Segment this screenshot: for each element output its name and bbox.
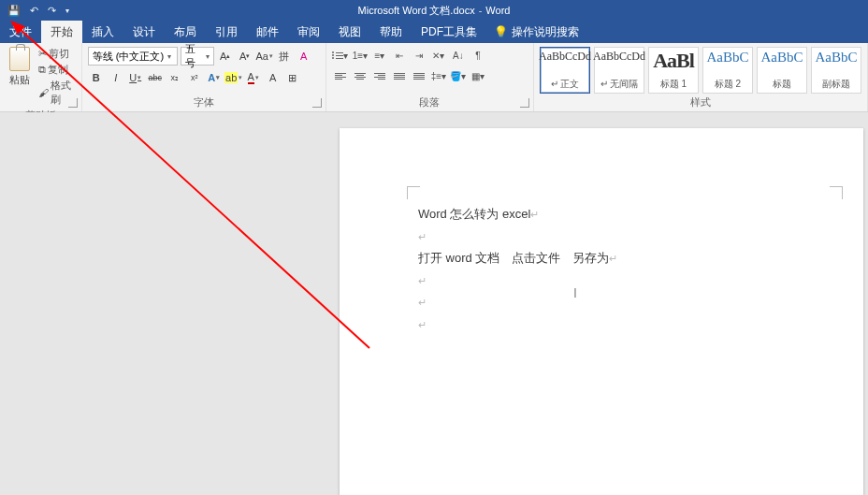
phonetic-guide-button[interactable]: 拼: [276, 48, 293, 65]
style-no-spacing[interactable]: AaBbCcDd ↵ 无间隔: [594, 47, 644, 94]
tab-insert[interactable]: 插入: [82, 21, 123, 43]
tab-layout[interactable]: 布局: [165, 21, 206, 43]
margin-mark-tr: [830, 186, 843, 199]
font-color-button[interactable]: A▾: [245, 69, 262, 86]
decrease-indent-button[interactable]: ⇤: [391, 47, 408, 64]
superscript-button[interactable]: x²: [186, 69, 203, 86]
title-sep: -: [479, 5, 483, 16]
document-body[interactable]: Word 怎么转为 excel↵ ↵ 打开 word 文档 点击文件 另存为↵ …: [418, 205, 807, 337]
save-icon[interactable]: 💾: [7, 5, 21, 17]
group-styles: AaBbCcDd ↵ 正文 AaBbCcDd ↵ 无间隔 AaBl 标题 1 A…: [534, 43, 868, 111]
style-subtitle[interactable]: AaBbC 副标题: [811, 47, 861, 94]
copy-icon: ⧉: [38, 64, 46, 76]
paragraph-launcher[interactable]: [520, 98, 529, 108]
tab-pdf-tools[interactable]: PDF工具集: [412, 21, 486, 43]
bullets-button[interactable]: ▾: [332, 47, 349, 64]
increase-indent-button[interactable]: ⇥: [411, 47, 427, 64]
window-title: Microsoft Word 文档.docx - Word: [358, 4, 511, 18]
multilevel-button[interactable]: ≡▾: [371, 47, 388, 64]
strikethrough-button[interactable]: abc: [147, 69, 164, 86]
tab-home[interactable]: 开始: [41, 21, 82, 43]
para-mark: ↵: [609, 253, 617, 264]
shading-button[interactable]: 🪣▾: [450, 67, 467, 84]
document-area[interactable]: Word 怎么转为 excel↵ ↵ 打开 word 文档 点击文件 另存为↵ …: [0, 112, 868, 495]
clipboard-launcher[interactable]: [68, 98, 78, 108]
tab-design[interactable]: 设计: [123, 21, 165, 43]
qat-more-icon[interactable]: ▾: [65, 7, 69, 15]
subscript-button[interactable]: x₂: [166, 69, 183, 86]
font-name-combo[interactable]: 等线 (中文正文): [88, 47, 178, 66]
style-heading1[interactable]: AaBl 标题 1: [648, 47, 699, 94]
group-font-label: 字体: [82, 94, 326, 111]
distributed-button[interactable]: [411, 67, 427, 84]
app-name: Word: [485, 5, 510, 16]
redo-icon[interactable]: ↷: [48, 5, 56, 17]
align-right-button[interactable]: [371, 67, 388, 84]
line-spacing-button[interactable]: ‡≡▾: [430, 67, 447, 84]
undo-icon[interactable]: ↶: [30, 5, 38, 17]
shrink-font-button[interactable]: A▾: [237, 48, 253, 65]
doc-name: Microsoft Word 文档.docx: [358, 4, 475, 18]
align-left-button[interactable]: [332, 67, 349, 84]
doc-line-1: Word 怎么转为 excel: [418, 207, 530, 221]
bold-button[interactable]: B: [88, 69, 105, 86]
page[interactable]: Word 怎么转为 excel↵ ↵ 打开 word 文档 点击文件 另存为↵ …: [340, 128, 863, 495]
highlight-button[interactable]: ab▾: [225, 69, 242, 86]
tab-view[interactable]: 视图: [329, 21, 370, 43]
para-mark: ↵: [418, 275, 427, 286]
grow-font-button[interactable]: A▴: [217, 48, 234, 65]
paste-label: 粘贴: [9, 73, 30, 87]
show-marks-button[interactable]: ¶: [470, 47, 486, 64]
align-center-button[interactable]: [352, 67, 369, 84]
text-effects-button[interactable]: A▾: [206, 69, 223, 86]
clipboard-icon: [9, 47, 30, 71]
group-font: 等线 (中文正文) 五号 A▴ A▾ Aa▾ 拼 A B I U▾ abc x₂…: [82, 43, 326, 111]
group-styles-label: 样式: [534, 94, 867, 111]
char-border-button[interactable]: ⊞: [284, 69, 301, 86]
group-paragraph: ▾ 1≡▾ ≡▾ ⇤ ⇥ ✕▾ A↓ ¶ ‡≡▾ 🪣▾: [326, 43, 534, 111]
underline-button[interactable]: U▾: [127, 69, 144, 86]
justify-button[interactable]: [391, 67, 408, 84]
ribbon: 粘贴 ✂剪切 ⧉复制 🖌格式刷 剪贴板 等线 (中文正文) 五号 A▴ A▾ A…: [0, 43, 868, 112]
copy-button[interactable]: ⧉复制: [38, 63, 76, 77]
text-cursor-icon: I: [573, 285, 577, 300]
scissors-icon: ✂: [38, 48, 47, 60]
tell-me[interactable]: 💡 操作说明搜索: [486, 21, 579, 43]
brush-icon: 🖌: [38, 87, 49, 98]
group-clipboard: 粘贴 ✂剪切 ⧉复制 🖌格式刷 剪贴板: [0, 43, 82, 111]
para-mark: ↵: [418, 319, 427, 330]
group-paragraph-label: 段落: [326, 94, 533, 111]
paste-button[interactable]: 粘贴: [6, 47, 33, 87]
style-heading2[interactable]: AaBbC 标题 2: [702, 47, 753, 94]
tab-help[interactable]: 帮助: [370, 21, 412, 43]
font-size-combo[interactable]: 五号: [181, 47, 214, 66]
char-shading-button[interactable]: A: [265, 69, 282, 86]
asian-layout-button[interactable]: ✕▾: [430, 47, 447, 64]
para-mark: ↵: [530, 209, 539, 220]
font-launcher[interactable]: [312, 98, 322, 108]
style-title[interactable]: AaBbC 标题: [757, 47, 807, 94]
quick-access-toolbar: 💾 ↶ ↷ ▾: [0, 5, 69, 17]
tab-file[interactable]: 文件: [0, 21, 41, 43]
para-mark: ↵: [418, 297, 427, 308]
title-bar: 💾 ↶ ↷ ▾ Microsoft Word 文档.docx - Word: [0, 0, 868, 21]
tab-mailings[interactable]: 邮件: [247, 21, 288, 43]
para-mark: ↵: [418, 231, 427, 242]
cut-button[interactable]: ✂剪切: [38, 47, 76, 61]
lightbulb-icon: 💡: [494, 25, 508, 38]
sort-button[interactable]: A↓: [450, 47, 467, 64]
doc-line-3: 打开 word 文档 点击文件 另存为: [418, 251, 609, 265]
ribbon-tabs: 文件 开始 插入 设计 布局 引用 邮件 审阅 视图 帮助 PDF工具集 💡 操…: [0, 21, 868, 43]
clear-format-button[interactable]: A: [296, 48, 312, 65]
tell-me-label: 操作说明搜索: [512, 24, 579, 40]
style-normal[interactable]: AaBbCcDd ↵ 正文: [540, 47, 590, 94]
tab-references[interactable]: 引用: [206, 21, 247, 43]
numbering-button[interactable]: 1≡▾: [352, 47, 369, 64]
borders-button[interactable]: ▦▾: [470, 67, 486, 84]
tab-review[interactable]: 审阅: [288, 21, 329, 43]
margin-mark-tl: [407, 186, 420, 199]
change-case-button[interactable]: Aa▾: [256, 48, 273, 65]
italic-button[interactable]: I: [108, 69, 124, 86]
